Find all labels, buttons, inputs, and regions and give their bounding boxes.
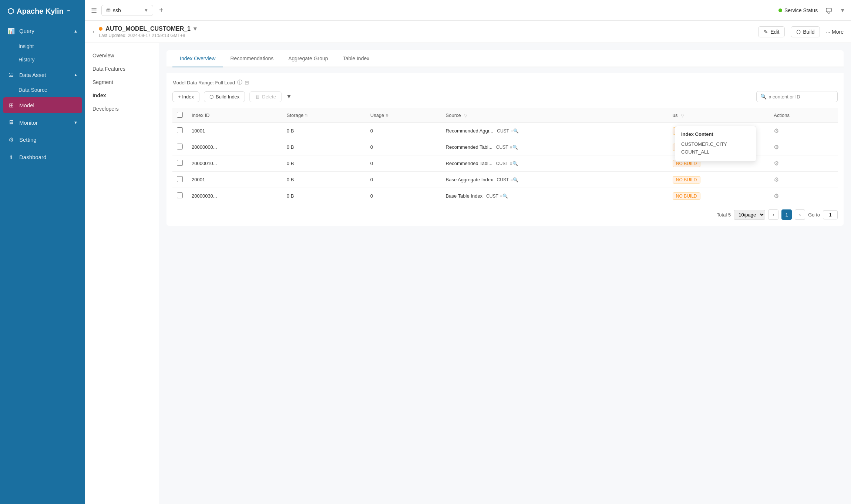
db-icon: ⛃ [106,7,111,13]
sidebar-item-history[interactable]: History [0,53,85,66]
svg-rect-0 [826,8,831,12]
cell-actions: ⚙ [769,139,838,155]
cell-index-id: 20001 [187,172,282,188]
index-panel: Model Data Range: Full Load ⓘ ⊟ + Index … [166,73,844,226]
sidebar-item-monitor[interactable]: 🖥 Monitor ▼ [0,114,85,131]
sort-usage-icon[interactable]: ⇅ [386,113,388,117]
content-wrapper: Overview Data Features Segment Index Dev… [85,43,851,504]
left-nav-index[interactable]: Index [85,89,159,102]
setting-icon: ⚙ [7,136,15,143]
toolbar-dropdown-icon[interactable]: ▼ [286,93,292,100]
add-index-button[interactable]: + Index [172,91,199,102]
info-circle-icon[interactable]: ⓘ [237,79,242,86]
cell-index-id: 10001 [187,123,282,139]
sidebar-label-dashboard: Dashboard [19,154,46,160]
table-icon[interactable]: ⊟ [245,80,249,85]
left-nav-segment[interactable]: Segment [85,75,159,89]
sidebar-item-setting[interactable]: ⚙ Setting [0,131,85,148]
cell-usage: 0 [366,188,441,204]
table-row: 20001 0 B 0 Base Aggregate Index CUST ≡🔍 [172,172,838,188]
sort-storage-icon[interactable]: ⇅ [305,113,308,117]
sidebar-label-data-asset: Data Asset [19,72,46,78]
pagination: Total 5 10/page 20/page 50/page ‹ 1 › Go… [172,204,838,220]
left-nav-data-features[interactable]: Data Features [85,62,159,75]
cell-storage: 0 B [282,155,366,172]
app-name: Apache Kylin [17,7,64,16]
query-icon: 📊 [7,27,15,34]
menu-toggle-icon[interactable]: ☰ [91,6,97,14]
sidebar-label-monitor: Monitor [19,120,38,126]
tab-aggregate-group[interactable]: Aggregate Group [281,50,335,67]
source-filter-icon[interactable]: ≡🔍 [510,145,518,150]
row-checkbox[interactable] [177,176,183,182]
row-action-gear-icon[interactable]: ⚙ [774,193,779,199]
cell-index-id: 20000030... [187,188,282,204]
sidebar-item-model[interactable]: ⊞ Model [3,97,82,113]
next-page-button[interactable]: › [795,209,805,220]
edit-icon: ✎ [764,29,768,35]
build-button[interactable]: ⬡ Build [791,26,820,37]
service-status: Service Status [778,7,818,13]
db-selector[interactable]: ⛃ ssb ▼ [101,5,153,16]
popup-item-2: COUNT_ALL [681,148,750,156]
left-nav-overview[interactable]: Overview [85,49,159,62]
page-1-button[interactable]: 1 [781,209,792,220]
logo-icon: ⬡ [7,7,14,16]
table-container: Index ID Storage ⇅ [172,108,838,204]
delete-button[interactable]: 🗑 Delete [249,91,282,102]
db-name: ssb [113,7,142,13]
th-actions: Actions [769,108,838,123]
topbar: ☰ ⛃ ssb ▼ + Service Status ▼ [85,0,851,21]
model-info: AUTO_MODEL_CUSTOMER_1 ▾ Last Updated: 20… [99,25,754,38]
notifications-button[interactable] [822,4,835,17]
add-tab-button[interactable]: + [159,6,164,14]
select-all-checkbox[interactable] [177,112,183,118]
sidebar-item-data-source[interactable]: Data Source [0,83,85,97]
cell-source: Recommended Aggr... CUST ≡🔍 [441,123,668,139]
build-index-button[interactable]: ⬡ Build Index [204,91,245,102]
trademark: ™ [67,9,70,13]
edit-button[interactable]: ✎ Edit [758,26,785,37]
cell-actions: ⚙ [769,155,838,172]
row-action-gear-icon[interactable]: ⚙ [774,160,779,167]
row-action-gear-icon[interactable]: ⚙ [774,128,779,134]
source-filter-icon[interactable]: ≡🔍 [500,194,508,199]
source-filter-icon[interactable]: ≡🔍 [511,128,519,134]
source-filter-icon[interactable]: ≡🔍 [510,177,518,182]
model-dropdown-icon[interactable]: ▾ [194,25,196,32]
cell-status: NO BUILD [668,172,769,188]
back-button[interactable]: ‹ [92,28,94,35]
row-action-gear-icon[interactable]: ⚙ [774,144,779,150]
more-button[interactable]: ··· More [826,29,844,35]
row-checkbox[interactable] [177,144,183,149]
prev-page-button[interactable]: ‹ [768,209,778,220]
sidebar-item-insight[interactable]: Insight [0,40,85,53]
row-action-gear-icon[interactable]: ⚙ [774,177,779,183]
goto-input[interactable] [823,210,838,219]
delete-icon: 🗑 [255,94,260,100]
sidebar-item-dashboard[interactable]: ℹ Dashboard [0,148,85,166]
index-tabs: Index Overview Recommendations Aggregate… [166,50,844,67]
sidebar-item-query[interactable]: 📊 Query ▲ [0,22,85,40]
source-filter-icon[interactable]: ≡🔍 [510,161,518,166]
search-box[interactable]: 🔍 [756,91,838,102]
data-range-row: Model Data Range: Full Load ⓘ ⊟ [172,79,838,86]
row-checkbox[interactable] [177,160,183,166]
left-panel: Overview Data Features Segment Index Dev… [85,43,159,504]
filter-status-icon[interactable]: ▽ [681,113,684,118]
row-checkbox[interactable] [177,127,183,133]
sidebar-nav: 📊 Query ▲ Insight History 🗂 Data Asset ▲… [0,22,85,504]
per-page-select[interactable]: 10/page 20/page 50/page [734,210,765,220]
service-status-label: Service Status [784,7,818,13]
sidebar-item-data-asset[interactable]: 🗂 Data Asset ▲ [0,66,85,83]
search-input[interactable] [769,94,834,100]
tab-table-index[interactable]: Table Index [336,50,377,67]
left-nav-developers[interactable]: Developers [85,102,159,115]
expand-icon[interactable]: ▼ [840,7,845,13]
filter-source-icon[interactable]: ▽ [464,113,467,118]
row-checkbox[interactable] [177,192,183,198]
cell-storage: 0 B [282,188,366,204]
tab-index-overview[interactable]: Index Overview [172,50,223,67]
tab-recommendations[interactable]: Recommendations [223,50,281,67]
more-dots-icon: ··· [826,29,830,35]
